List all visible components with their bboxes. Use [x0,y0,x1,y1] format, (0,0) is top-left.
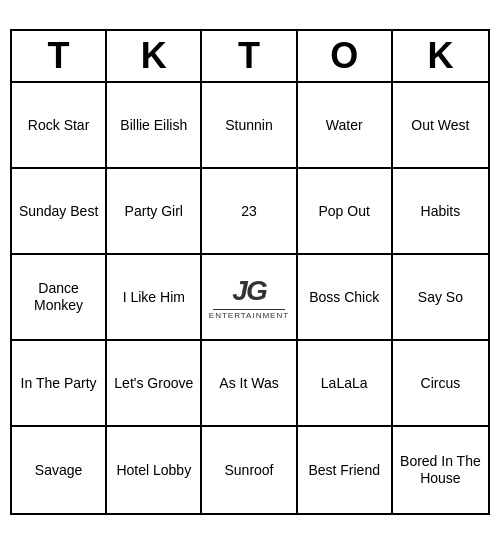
cell-r5c4[interactable]: Best Friend [298,427,393,513]
cell-r5c2[interactable]: Hotel Lobby [107,427,202,513]
cell-r5c5[interactable]: Bored In The House [393,427,488,513]
cell-r2c4[interactable]: Pop Out [298,169,393,255]
cell-r4c2[interactable]: Let's Groove [107,341,202,427]
cell-r1c3[interactable]: Stunnin [202,83,297,169]
cell-r1c1[interactable]: Rock Star [12,83,107,169]
bingo-card: T K T O K Rock Star Billie Eilish Stunni… [10,29,490,515]
jg-logo-line [213,309,284,310]
cell-r4c4[interactable]: LaLaLa [298,341,393,427]
jg-logo: JG ENTERTAINMENT [204,257,293,337]
cell-r2c5[interactable]: Habits [393,169,488,255]
header-t2: T [202,31,297,81]
header-o: O [298,31,393,81]
cell-r3c3-free[interactable]: JG ENTERTAINMENT [202,255,297,341]
cell-r3c5[interactable]: Say So [393,255,488,341]
cell-r4c5[interactable]: Circus [393,341,488,427]
cell-r5c1[interactable]: Savage [12,427,107,513]
jg-logo-letters: JG [232,274,265,308]
cell-r2c2[interactable]: Party Girl [107,169,202,255]
cell-r1c5[interactable]: Out West [393,83,488,169]
cell-r5c3[interactable]: Sunroof [202,427,297,513]
cell-r3c1[interactable]: Dance Monkey [12,255,107,341]
cell-r2c3[interactable]: 23 [202,169,297,255]
jg-logo-subtitle: ENTERTAINMENT [209,311,289,321]
bingo-header: T K T O K [12,31,488,83]
cell-r3c4[interactable]: Boss Chick [298,255,393,341]
cell-r1c4[interactable]: Water [298,83,393,169]
header-k2: K [393,31,488,81]
bingo-grid: Rock Star Billie Eilish Stunnin Water Ou… [12,83,488,513]
cell-r1c2[interactable]: Billie Eilish [107,83,202,169]
cell-r4c1[interactable]: In The Party [12,341,107,427]
cell-r2c1[interactable]: Sunday Best [12,169,107,255]
header-t1: T [12,31,107,81]
cell-r3c2[interactable]: I Like Him [107,255,202,341]
cell-r4c3[interactable]: As It Was [202,341,297,427]
header-k: K [107,31,202,81]
